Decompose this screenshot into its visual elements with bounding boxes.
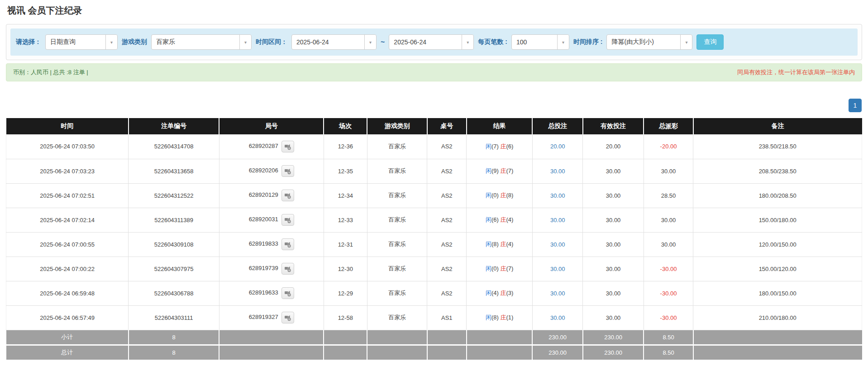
result-banker-value: (7) (506, 167, 513, 174)
video-replay-button[interactable] (281, 287, 294, 299)
cell-total-bet[interactable]: 30.00 (532, 159, 583, 183)
video-replay-button[interactable] (281, 165, 294, 177)
chevron-down-icon[interactable]: ▾ (462, 35, 473, 49)
cell-round-number: 628919739 (219, 257, 324, 281)
cell-bet-number: 522604307975 (129, 257, 219, 281)
cell-valid-bet: 30.00 (583, 257, 644, 281)
result-banker-label: 庄 (500, 314, 506, 321)
result-banker-value: (1) (506, 314, 513, 321)
query-type-value: 日期查询 (46, 35, 105, 49)
cell-total-bet[interactable]: 30.00 (532, 281, 583, 305)
footer-total-bet: 230.00 (532, 330, 583, 345)
table-header-row: 时间注单编号局号场次游戏类别桌号结果总投注有效投注总派彩备注 (6, 118, 862, 134)
cell-remark: 210.00/180.00 (693, 305, 862, 330)
date-from-select[interactable]: 2025-06-24 ▾ (291, 34, 377, 50)
video-replay-button[interactable] (281, 312, 294, 323)
cell-valid-bet: 30.00 (583, 183, 644, 208)
column-header-3: 局号 (219, 118, 324, 134)
result-player-value: (0) (491, 192, 501, 199)
chevron-down-icon[interactable]: ▾ (557, 35, 569, 49)
page-size-select[interactable]: 100 ▾ (511, 34, 569, 50)
round-number-text: 628919833 (249, 240, 278, 247)
cell-game-type: 百家乐 (367, 208, 427, 232)
table-row: 2025-06-24 06:59:48522604306788628919633… (6, 281, 862, 305)
table-row: 2025-06-24 07:03:23522604313658628920206… (6, 159, 862, 183)
cell-time: 2025-06-24 06:59:48 (6, 281, 129, 305)
footer-payout: 8.50 (644, 345, 693, 360)
result-player-label: 闲 (486, 241, 491, 247)
cell-session: 12-31 (324, 232, 367, 257)
chevron-down-icon[interactable]: ▾ (239, 35, 251, 49)
chevron-down-icon[interactable]: ▾ (105, 35, 117, 49)
cell-table-number: AS2 (427, 134, 467, 159)
video-replay-button[interactable] (281, 190, 294, 201)
footer-empty (693, 345, 862, 360)
result-banker-label: 庄 (500, 241, 506, 247)
footer-total-bet: 230.00 (532, 345, 583, 360)
date-range-separator: ~ (381, 38, 385, 46)
round-number-text: 628919633 (249, 289, 278, 296)
column-header-6: 桌号 (427, 118, 467, 134)
footer-count: 8 (129, 345, 219, 360)
video-replay-button[interactable] (281, 238, 294, 250)
cell-payout: -20.00 (644, 134, 693, 159)
query-type-select[interactable]: 日期查询 ▾ (45, 34, 118, 50)
result-banker-value: (4) (506, 241, 513, 247)
cell-total-bet[interactable]: 30.00 (532, 232, 583, 257)
table-row: 2025-06-24 07:02:51522604312522628920129… (6, 183, 862, 208)
round-number-text: 628920031 (249, 216, 278, 223)
chevron-down-icon[interactable]: ▾ (364, 35, 376, 49)
cell-valid-bet: 20.00 (583, 134, 644, 159)
cell-valid-bet: 30.00 (583, 281, 644, 305)
cell-time: 2025-06-24 07:02:14 (6, 208, 129, 232)
cell-table-number: AS2 (427, 159, 467, 183)
footer-empty (219, 330, 324, 345)
result-banker-value: (3) (506, 290, 513, 296)
column-header-11: 备注 (693, 118, 862, 134)
video-replay-button[interactable] (281, 141, 294, 152)
table-row: 2025-06-24 07:00:22522604307975628919739… (6, 257, 862, 281)
table-row: 2025-06-24 06:57:49522604303111628919327… (6, 305, 862, 330)
cell-total-bet[interactable]: 30.00 (532, 305, 583, 330)
video-icon (284, 265, 291, 272)
cell-time: 2025-06-24 06:57:49 (6, 305, 129, 330)
result-banker-label: 庄 (500, 265, 506, 272)
cell-result: 闲(7) 庄(6) (467, 134, 533, 159)
cell-time: 2025-06-24 07:00:55 (6, 232, 129, 257)
footer-empty (324, 345, 367, 360)
cell-round-number: 628920031 (219, 208, 324, 232)
round-number-text: 628920129 (249, 191, 278, 198)
pagination: 1 (6, 99, 862, 112)
column-header-7: 结果 (467, 118, 533, 134)
cell-round-number: 628919633 (219, 281, 324, 305)
game-type-select[interactable]: 百家乐 ▾ (151, 34, 252, 50)
table-row: 2025-06-24 07:03:50522604314708628920287… (6, 134, 862, 159)
cell-result: 闲(9) 庄(7) (467, 159, 533, 183)
footer-label: 小计 (6, 330, 129, 345)
page-1-button[interactable]: 1 (849, 99, 862, 112)
cell-game-type: 百家乐 (367, 257, 427, 281)
cell-session: 12-30 (324, 257, 367, 281)
cell-total-bet[interactable]: 30.00 (532, 183, 583, 208)
date-to-select[interactable]: 2025-06-24 ▾ (389, 34, 474, 50)
time-sort-select[interactable]: 降冪(由大到小) ▾ (606, 34, 692, 50)
cell-total-bet[interactable]: 30.00 (532, 257, 583, 281)
page-size-label: 每页笔数 : (478, 38, 507, 46)
cell-session: 12-58 (324, 305, 367, 330)
cell-valid-bet: 30.00 (583, 208, 644, 232)
cell-round-number: 628920287 (219, 134, 324, 159)
result-player-label: 闲 (486, 314, 491, 321)
cell-total-bet[interactable]: 20.00 (532, 134, 583, 159)
video-icon (284, 314, 291, 321)
cell-total-bet[interactable]: 30.00 (532, 208, 583, 232)
cell-result: 闲(0) 庄(8) (467, 183, 533, 208)
footer-valid-bet: 230.00 (583, 345, 644, 360)
video-replay-button[interactable] (281, 263, 294, 275)
video-replay-button[interactable] (281, 214, 294, 226)
search-button[interactable]: 查询 (696, 34, 724, 50)
cell-bet-number: 522604306788 (129, 281, 219, 305)
chevron-down-icon[interactable]: ▾ (680, 35, 692, 49)
cell-game-type: 百家乐 (367, 232, 427, 257)
cell-remark: 238.50/218.50 (693, 134, 862, 159)
game-type-label: 游戏类别 (122, 38, 147, 46)
